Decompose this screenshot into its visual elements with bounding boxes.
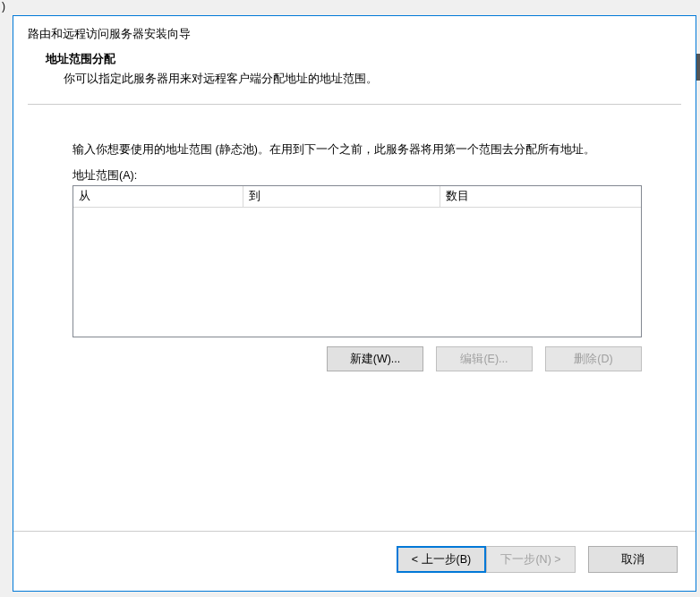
- next-button: 下一步(N) >: [486, 546, 576, 573]
- action-button-row: 新建(W)... 编辑(E)... 删除(D): [73, 346, 642, 371]
- cancel-button[interactable]: 取消: [588, 546, 678, 573]
- header-section: 地址范围分配 你可以指定此服务器用来对远程客户端分配地址的地址范围。: [13, 46, 696, 119]
- delete-button: 删除(D): [545, 346, 642, 371]
- column-header-count[interactable]: 数目: [440, 186, 641, 208]
- table-header: 从 到 数目: [73, 186, 641, 208]
- header-divider: [28, 104, 681, 105]
- background-strip: [696, 54, 700, 81]
- new-button[interactable]: 新建(W)...: [327, 346, 423, 371]
- address-range-table[interactable]: 从 到 数目: [73, 185, 642, 337]
- content-area: 输入你想要使用的地址范围 (静态池)。在用到下一个之前，此服务器将用第一个范围去…: [13, 119, 696, 531]
- instruction-text: 输入你想要使用的地址范围 (静态池)。在用到下一个之前，此服务器将用第一个范围去…: [73, 141, 642, 159]
- range-label: 地址范围(A):: [73, 168, 642, 183]
- column-header-from[interactable]: 从: [73, 186, 243, 208]
- nav-pair: < 上一步(B) 下一步(N) >: [397, 546, 576, 573]
- edit-button: 编辑(E)...: [436, 346, 533, 371]
- column-header-to[interactable]: 到: [243, 186, 440, 208]
- page-subheading: 你可以指定此服务器用来对远程客户端分配地址的地址范围。: [28, 71, 681, 88]
- parent-window-fragment: ): [0, 0, 7, 13]
- back-button[interactable]: < 上一步(B): [397, 546, 486, 573]
- page-heading: 地址范围分配: [28, 51, 681, 67]
- table-body[interactable]: [73, 208, 641, 337]
- wizard-dialog: 路由和远程访问服务器安装向导 地址范围分配 你可以指定此服务器用来对远程客户端分…: [13, 15, 696, 592]
- dialog-title: 路由和远程访问服务器安装向导: [13, 16, 696, 46]
- footer-section: < 上一步(B) 下一步(N) > 取消: [13, 531, 696, 591]
